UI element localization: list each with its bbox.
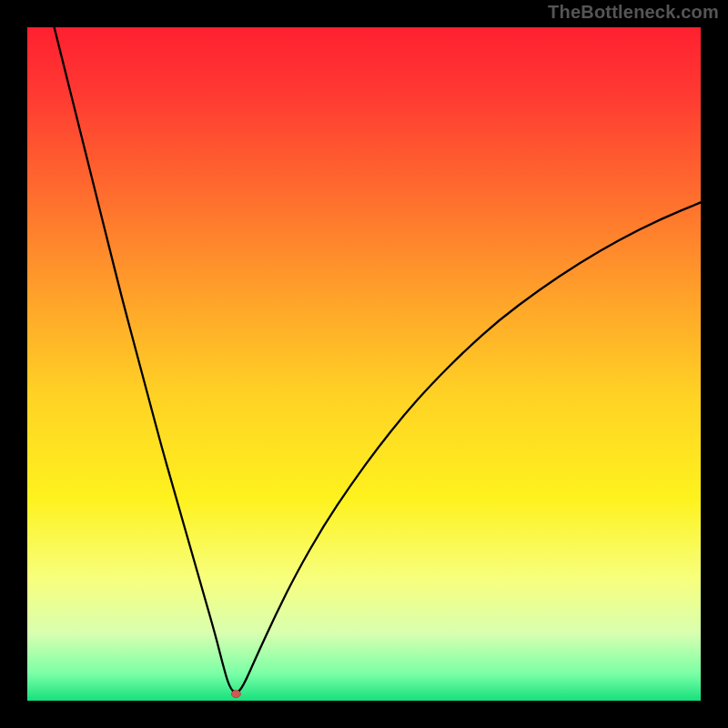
chart-svg [27,27,701,701]
chart-frame: TheBottleneck.com [0,0,728,728]
gradient-background [27,27,701,701]
watermark-text: TheBottleneck.com [548,2,719,23]
optimal-point-marker [231,691,240,698]
plot-area [27,27,701,701]
